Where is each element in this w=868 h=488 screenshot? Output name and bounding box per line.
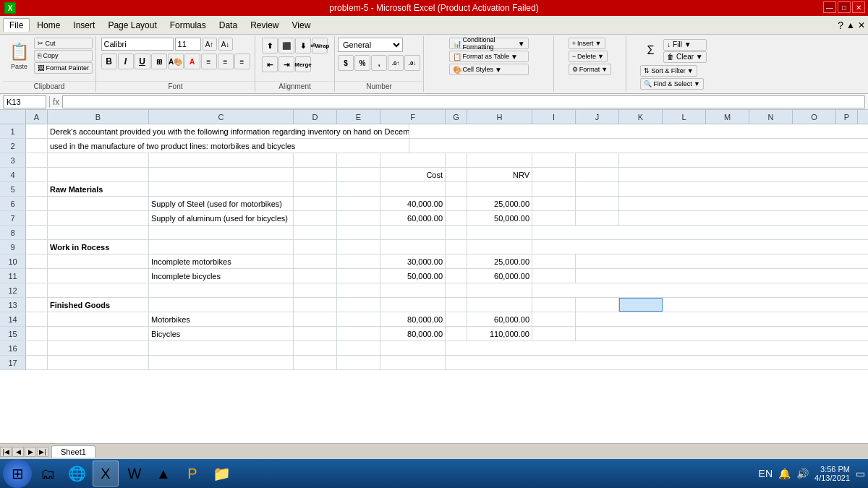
cell-d5[interactable] [294,182,337,196]
cell-d4[interactable] [294,168,337,181]
cell-d6[interactable] [294,197,337,210]
cell-a11[interactable] [26,269,48,283]
cell-g9[interactable] [446,240,467,254]
col-header-o[interactable]: O [793,110,836,124]
cell-c6[interactable]: Supply of Steel (used for motorbikes) [149,197,294,210]
cell-a8[interactable] [26,226,48,239]
cell-e13[interactable] [337,298,380,312]
cell-a13[interactable] [26,298,48,312]
sheet-nav-last[interactable]: ▶| [37,447,48,457]
cell-a7[interactable] [26,211,48,225]
cell-a12[interactable] [26,283,48,297]
cell-f9[interactable] [380,240,446,254]
cell-h11[interactable]: 60,000.00 [467,269,532,283]
find-select-btn[interactable]: 🔍 Find & Select ▼ [640,78,703,90]
cell-g14[interactable] [446,312,467,326]
menu-view[interactable]: View [286,19,317,32]
col-header-i[interactable]: I [532,110,576,124]
cell-b15[interactable] [48,327,149,341]
merge-center-btn[interactable]: Merge [295,56,311,72]
menu-insert[interactable]: Insert [67,19,101,32]
cell-a9[interactable] [26,240,48,254]
cell-k13[interactable] [619,298,663,312]
row-header-3[interactable]: 3 [0,153,26,167]
copy-button[interactable]: ⎘ Copy [34,50,93,61]
cell-i7[interactable] [532,211,576,225]
cell-d11[interactable] [294,269,337,283]
row-header-4[interactable]: 4 [0,168,26,181]
cell-f15[interactable]: 80,000.00 [380,327,446,341]
cell-g3[interactable] [446,153,467,167]
cell-e12[interactable] [337,283,380,297]
cell-f13[interactable] [380,298,446,312]
cell-e17[interactable] [337,356,380,369]
sheet-nav-next[interactable]: ▶ [25,447,36,457]
cell-c15[interactable]: Bicycles [149,327,294,341]
cell-a15[interactable] [26,327,48,341]
cell-j13[interactable] [576,298,619,312]
cell-d12[interactable] [294,283,337,297]
cell-j5[interactable] [576,182,619,196]
cell-d17[interactable] [294,356,337,369]
cell-f17[interactable] [380,356,446,369]
cell-c11[interactable]: Incomplete bicycles [149,269,294,283]
cell-d3[interactable] [294,153,337,167]
close-button[interactable]: ✕ [852,1,865,13]
row-header-17[interactable]: 17 [0,356,26,369]
cell-g7[interactable] [446,211,467,225]
cell-b2[interactable]: used in the manufacture of two product l… [48,139,409,153]
col-header-m[interactable]: M [706,110,749,124]
cell-d8[interactable] [294,226,337,239]
cell-f10[interactable]: 30,000.00 [380,254,446,268]
start-button[interactable]: ⊞ [3,459,32,488]
cell-i10[interactable] [532,254,576,268]
restore-button[interactable]: □ [838,1,851,13]
format-as-table-btn[interactable]: 📋 Format as Table ▼ [449,51,529,62]
taskbar-drive-icon[interactable]: ▲ [150,461,176,487]
cell-f8[interactable] [380,226,446,239]
cell-b1[interactable]: Derek's accountant provided you with the… [48,124,409,138]
row-header-12[interactable]: 12 [0,283,26,297]
cell-d7[interactable] [294,211,337,225]
cell-b10[interactable] [48,254,149,268]
cell-name-box[interactable] [3,95,46,108]
cell-b6[interactable] [48,197,149,210]
sound-icon[interactable]: 🔊 [796,468,809,479]
cell-a4[interactable] [26,168,48,181]
show-desktop-btn[interactable]: ▭ [856,468,865,479]
col-header-j[interactable]: J [576,110,619,124]
cell-b12[interactable] [48,283,149,297]
row-header-1[interactable]: 1 [0,124,26,138]
cell-c8[interactable] [149,226,294,239]
cell-e4[interactable] [337,168,380,181]
decrease-indent-btn[interactable]: ⇤ [262,56,278,72]
cell-a3[interactable] [26,153,48,167]
cell-a16[interactable] [26,341,48,355]
align-center-btn[interactable]: ≡ [218,53,234,69]
menu-formulas[interactable]: Formulas [164,19,212,32]
col-header-h[interactable]: H [467,110,532,124]
sheet-nav-prev[interactable]: ◀ [12,447,24,457]
cell-c16[interactable] [149,341,294,355]
cell-h4[interactable]: NRV [467,168,532,181]
cell-b4[interactable] [48,168,149,181]
insert-cells-btn[interactable]: + Insert ▼ [569,38,605,49]
cell-b17[interactable] [48,356,149,369]
font-name-input[interactable] [101,38,174,51]
menu-file[interactable]: File [3,18,30,32]
cell-i6[interactable] [532,197,576,210]
align-right-btn[interactable]: ≡ [234,53,250,69]
dec-increase-btn[interactable]: .0↑ [388,55,404,71]
cell-f3[interactable] [380,153,446,167]
col-header-f[interactable]: F [380,110,446,124]
col-header-e[interactable]: E [337,110,380,124]
dec-decrease-btn[interactable]: .0↓ [404,55,420,71]
cell-h10[interactable]: 25,000.00 [467,254,532,268]
cell-e14[interactable] [337,312,380,326]
currency-btn[interactable]: $ [338,55,354,71]
taskbar-word-icon[interactable]: W [122,461,148,487]
cell-d15[interactable] [294,327,337,341]
cell-b5[interactable]: Raw Materials [48,182,149,196]
cell-f6[interactable]: 40,000.00 [380,197,446,210]
sheet-nav-first[interactable]: |◀ [0,447,12,457]
